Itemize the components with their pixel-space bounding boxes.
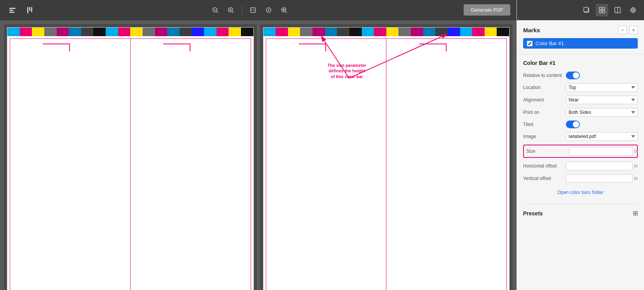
presets-section: Presets ⊞ bbox=[517, 204, 644, 222]
copy-panel-icon[interactable] bbox=[580, 4, 593, 16]
page-2-container: 044 002 bbox=[260, 24, 513, 290]
horizontal-offset-unit: in bbox=[634, 163, 638, 169]
vertical-offset-label: Vertical offset bbox=[523, 176, 566, 181]
svg-rect-29 bbox=[599, 10, 602, 13]
vertical-offset-row: Vertical offset 0.000 in bbox=[523, 174, 638, 183]
page-half-001: 001 bbox=[10, 39, 131, 290]
relative-to-content-toggle[interactable] bbox=[566, 72, 580, 79]
size-input-group: 0.500 in bbox=[569, 147, 638, 155]
right-panel: Marks − + Color Bar #1 Color Bar #1 Rela… bbox=[517, 0, 644, 290]
location-select[interactable]: Top Bottom Left Right bbox=[566, 83, 638, 92]
panel-icons bbox=[517, 0, 644, 20]
svg-rect-4 bbox=[29, 7, 30, 11]
page-1-inner: 001 033 bbox=[7, 36, 253, 290]
svg-rect-2 bbox=[9, 12, 14, 13]
fit-page-icon[interactable] bbox=[247, 4, 259, 16]
vertical-offset-input-group: 0.000 in bbox=[566, 174, 638, 183]
marks-section: Marks − + Color Bar #1 bbox=[517, 20, 644, 54]
location-value: Top Bottom Left Right bbox=[566, 83, 638, 92]
svg-rect-27 bbox=[599, 7, 602, 10]
toolbar: Generate PDF bbox=[0, 0, 517, 20]
marks-title: Marks − + bbox=[523, 26, 638, 34]
presets-title: Presets ⊞ bbox=[523, 210, 638, 217]
svg-line-10 bbox=[232, 11, 234, 13]
horizontal-offset-label: Horizontal offset bbox=[523, 163, 566, 169]
pages-content: 001 033 1 bbox=[0, 20, 517, 290]
marks-remove-button[interactable]: − bbox=[618, 26, 627, 34]
target-panel-icon[interactable] bbox=[627, 4, 639, 16]
size-input[interactable]: 0.500 bbox=[569, 147, 633, 155]
toolbar-center bbox=[42, 4, 457, 16]
page-half-002: 002 bbox=[386, 39, 506, 290]
relative-to-content-value bbox=[566, 72, 638, 79]
page-2: 044 002 bbox=[263, 27, 510, 290]
page-1-border: 001 033 bbox=[10, 38, 251, 290]
svg-rect-28 bbox=[602, 7, 605, 10]
tiled-toggle[interactable] bbox=[566, 121, 580, 128]
location-label: Location bbox=[523, 85, 566, 90]
tiled-value bbox=[566, 121, 638, 128]
align-left-icon[interactable] bbox=[6, 4, 19, 16]
horizontal-offset-input-group: 0.000 in bbox=[566, 162, 638, 170]
zoom-in-icon[interactable] bbox=[225, 4, 237, 16]
generate-pdf-button[interactable]: Generate PDF bbox=[464, 4, 510, 16]
horizontal-offset-input[interactable]: 0.000 bbox=[566, 162, 633, 170]
open-color-bars-folder-link[interactable]: Open color bars folder bbox=[523, 187, 638, 198]
svg-rect-30 bbox=[602, 10, 605, 13]
size-label: Size bbox=[526, 148, 569, 154]
color-bar-prop-title: Color Bar #1 bbox=[523, 60, 638, 66]
zoom-full-icon[interactable] bbox=[278, 4, 290, 16]
svg-point-16 bbox=[268, 9, 269, 11]
svg-rect-5 bbox=[31, 7, 32, 12]
color-bar-mark-label: Color Bar #1 bbox=[536, 40, 564, 46]
alignment-row: Alignment Near Center Far bbox=[523, 96, 638, 104]
image-value: iwlabeled.pdf bbox=[566, 132, 638, 141]
alignment-select[interactable]: Near Center Far bbox=[566, 96, 638, 104]
pages-grid: 001 033 1 bbox=[4, 24, 513, 290]
svg-line-18 bbox=[286, 11, 287, 13]
align-top-icon[interactable] bbox=[23, 4, 36, 16]
image-label: Image bbox=[523, 134, 566, 139]
page-half-033: 033 bbox=[131, 39, 251, 290]
toolbar-divider bbox=[242, 5, 242, 15]
toolbar-left bbox=[6, 4, 36, 16]
page-half-044: 044 bbox=[266, 39, 387, 290]
svg-rect-1 bbox=[9, 10, 13, 11]
horizontal-offset-row: Horizontal offset 0.000 in bbox=[523, 162, 638, 170]
vertical-offset-input[interactable]: 0.000 bbox=[566, 174, 633, 183]
page-2-border: 044 002 bbox=[266, 38, 507, 290]
columns-panel-icon[interactable] bbox=[611, 4, 624, 16]
color-bar-properties: Color Bar #1 Relative to content Locatio… bbox=[517, 54, 644, 204]
vertical-offset-unit: in bbox=[634, 176, 638, 181]
presets-grid-icon[interactable]: ⊞ bbox=[633, 210, 638, 217]
svg-rect-0 bbox=[9, 8, 16, 9]
svg-line-7 bbox=[217, 11, 218, 13]
size-row: Size 0.500 in bbox=[523, 145, 638, 158]
color-bar-checkbox[interactable] bbox=[527, 41, 532, 46]
print-on-label: Print on bbox=[523, 110, 566, 115]
zoom-reset-icon[interactable] bbox=[262, 4, 275, 16]
toolbar-right: Generate PDF bbox=[464, 4, 510, 16]
color-bar-mark-item[interactable]: Color Bar #1 bbox=[523, 38, 638, 49]
alignment-label: Alignment bbox=[523, 97, 566, 103]
svg-rect-26 bbox=[584, 7, 588, 12]
print-on-value: Both Sides Front Side Back Side bbox=[566, 108, 638, 117]
svg-point-35 bbox=[633, 10, 634, 10]
marks-add-button[interactable]: + bbox=[629, 26, 638, 34]
image-select[interactable]: iwlabeled.pdf bbox=[566, 132, 638, 141]
location-row: Location Top Bottom Left Right bbox=[523, 83, 638, 92]
image-row: Image iwlabeled.pdf bbox=[523, 132, 638, 141]
page-1-container: 001 033 1 bbox=[4, 24, 257, 290]
print-on-row: Print on Both Sides Front Side Back Side bbox=[523, 108, 638, 117]
relative-to-content-row: Relative to content bbox=[523, 72, 638, 79]
marks-actions: − + bbox=[618, 26, 638, 34]
grid-panel-icon[interactable] bbox=[596, 4, 608, 16]
svg-rect-3 bbox=[27, 7, 28, 13]
relative-to-content-label: Relative to content bbox=[523, 73, 566, 78]
zoom-out-icon[interactable] bbox=[209, 4, 222, 16]
page-2-inner: 044 002 bbox=[264, 36, 510, 290]
main-area: Generate PDF bbox=[0, 0, 517, 290]
alignment-value: Near Center Far bbox=[566, 96, 638, 104]
print-on-select[interactable]: Both Sides Front Side Back Side bbox=[566, 108, 638, 117]
size-unit: in bbox=[634, 148, 638, 154]
